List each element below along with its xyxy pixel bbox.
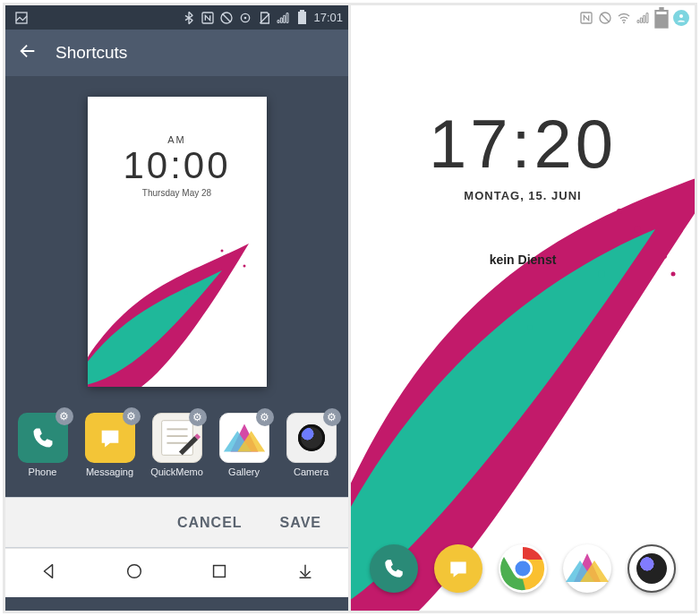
svg-point-18: [127, 565, 141, 578]
preview-card[interactable]: AM 10:00 Thursday May 28: [88, 97, 267, 387]
status-clock: 17:01: [313, 11, 343, 24]
screenshot-icon: [14, 11, 29, 25]
lock-dock: [351, 544, 695, 593]
shortcut-label: Phone: [29, 466, 57, 477]
lock-time: 17:20: [351, 110, 695, 178]
shortcut-phone[interactable]: Phone: [12, 413, 74, 477]
svg-point-9: [220, 250, 223, 252]
phone-icon: [18, 413, 68, 463]
preview-date: Thursday May 28: [88, 188, 267, 198]
camera-icon: [286, 413, 337, 463]
gear-icon: [55, 407, 73, 425]
no-sync-icon: [219, 11, 234, 25]
nav-back-icon[interactable]: [38, 561, 58, 585]
svg-point-23: [598, 270, 605, 278]
carrier-status: kein Dienst: [351, 252, 695, 267]
save-button[interactable]: SAVE: [280, 515, 321, 531]
shortcut-camera[interactable]: Camera: [280, 413, 343, 477]
svg-point-5: [244, 16, 247, 19]
svg-point-10: [184, 291, 188, 295]
shortcut-label: QuickMemo: [150, 466, 203, 477]
svg-point-20: [634, 226, 641, 233]
svg-rect-11: [161, 421, 192, 456]
system-nav-bar: [5, 548, 348, 597]
svg-point-8: [243, 265, 245, 268]
lockscreen-preview: AM 10:00 Thursday May 28: [5, 76, 348, 407]
page-title: Shortcuts: [55, 43, 127, 63]
signal-icon: [276, 11, 290, 25]
nav-recent-icon[interactable]: [209, 561, 229, 585]
svg-line-3: [223, 13, 231, 21]
dock-messaging-icon[interactable]: [434, 544, 482, 593]
dock-phone-icon[interactable]: [370, 544, 418, 593]
bluetooth-icon: [182, 11, 196, 25]
battery-icon: [295, 11, 309, 25]
lock-date: MONTAG, 15. JUNI: [351, 189, 695, 202]
gear-icon: [256, 408, 274, 426]
lock-screen[interactable]: 17:20 MONTAG, 15. JUNI kein Dienst: [351, 5, 695, 611]
shortcut-label: Messaging: [86, 466, 133, 477]
wallpaper-splash-icon: [88, 208, 267, 387]
dock-camera-icon[interactable]: [627, 544, 676, 593]
shortcuts-settings-screen: 17:01 Shortcuts AM 10:00 Thursday May 28: [5, 5, 351, 611]
shortcut-gallery[interactable]: Gallery: [213, 413, 276, 477]
shortcut-row: Phone Messaging QuickMemo: [5, 407, 348, 497]
no-sim-icon: [257, 11, 271, 25]
gear-icon: [189, 408, 207, 426]
nav-notifications-icon[interactable]: [295, 561, 315, 585]
svg-point-24: [671, 272, 676, 277]
svg-point-36: [516, 561, 531, 577]
gear-icon: [323, 408, 341, 426]
action-bar: CANCEL SAVE: [5, 497, 348, 548]
wallpaper-splash-icon: [351, 5, 695, 611]
gallery-icon: [219, 413, 269, 463]
shortcut-quickmemo[interactable]: QuickMemo: [146, 413, 209, 477]
cancel-button[interactable]: CANCEL: [177, 515, 243, 531]
app-header: Shortcuts: [5, 30, 348, 76]
status-bar: 17:01: [5, 5, 348, 30]
location-icon: [238, 11, 252, 25]
svg-point-22: [617, 209, 622, 214]
shortcut-label: Gallery: [228, 466, 260, 477]
shortcut-label: Camera: [294, 466, 329, 477]
dock-gallery-icon[interactable]: [563, 544, 611, 593]
svg-point-25: [527, 325, 533, 330]
shortcut-messaging[interactable]: Messaging: [79, 413, 141, 477]
gear-icon: [123, 407, 141, 425]
svg-point-7: [234, 255, 237, 259]
nfc-icon: [201, 11, 215, 25]
dock-chrome-icon[interactable]: [499, 544, 547, 593]
preview-time: 10:00: [88, 147, 267, 184]
svg-rect-19: [214, 566, 226, 578]
quickmemo-icon: [152, 413, 202, 463]
back-icon[interactable]: [18, 41, 38, 65]
messaging-icon: [85, 413, 135, 463]
nav-home-icon[interactable]: [124, 561, 144, 585]
